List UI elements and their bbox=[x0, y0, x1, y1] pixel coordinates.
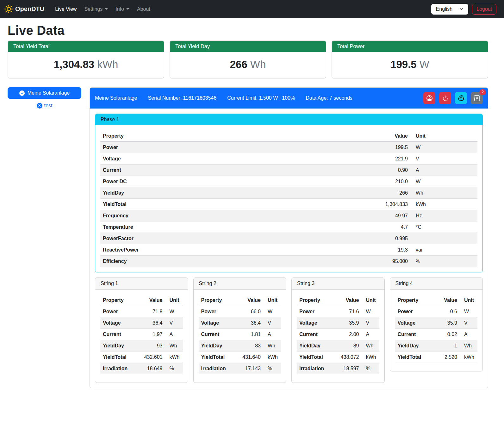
string-body: Property Value Unit Power71.6W Voltage35… bbox=[292, 290, 384, 383]
column-value: Value bbox=[334, 295, 362, 306]
table-row: Current1.81A bbox=[199, 329, 281, 340]
speedometer-icon bbox=[426, 95, 432, 101]
row-property: YieldDay bbox=[199, 340, 236, 352]
summary-card-title: Total Yield Day bbox=[170, 41, 326, 52]
logout-button[interactable]: Logout bbox=[472, 4, 496, 15]
row-property: Power bbox=[100, 142, 372, 153]
row-property: YieldTotal bbox=[199, 352, 236, 363]
row-value: 0.02 bbox=[432, 329, 460, 340]
event-log-button[interactable]: 2 bbox=[471, 92, 483, 104]
row-unit: V bbox=[362, 317, 379, 329]
row-property: Current bbox=[297, 329, 334, 340]
table-row: YieldDay93Wh bbox=[100, 340, 183, 352]
nav-link-settings[interactable]: Settings bbox=[82, 4, 110, 15]
limit-settings-button[interactable] bbox=[423, 92, 435, 104]
table-row: YieldTotal438.072kWh bbox=[297, 352, 379, 363]
nav-link-live-view[interactable]: Live View bbox=[53, 4, 79, 15]
table-row: Power199.5W bbox=[100, 142, 477, 153]
row-value: 4.7 bbox=[372, 221, 410, 233]
row-value: 36.4 bbox=[138, 317, 165, 329]
row-unit: A bbox=[410, 165, 477, 176]
row-value: 71.8 bbox=[138, 306, 165, 317]
nav-link-about[interactable]: About bbox=[134, 4, 153, 15]
string-card-1: String 1 Property Value Unit bbox=[95, 277, 188, 383]
row-property: Frequency bbox=[100, 210, 372, 221]
row-value: 2.520 bbox=[432, 352, 460, 363]
table-row: Voltage35.9V bbox=[395, 317, 478, 329]
row-value: 199.5 bbox=[372, 142, 410, 153]
power-button[interactable] bbox=[439, 92, 451, 104]
table-row: Voltage36.4V bbox=[100, 317, 183, 329]
row-unit: kWh bbox=[165, 352, 183, 363]
table-header-row: Property Value Unit bbox=[100, 130, 477, 142]
string-body: Property Value Unit Power66.0W Voltage36… bbox=[194, 290, 286, 383]
row-value: 18.649 bbox=[138, 363, 165, 374]
journal-text-icon bbox=[474, 95, 480, 101]
inverter-data-age: Data Age: 7 seconds bbox=[306, 95, 352, 101]
string-title: String 2 bbox=[194, 278, 286, 290]
row-unit: A bbox=[460, 329, 477, 340]
row-property: Power bbox=[100, 306, 138, 317]
inverter-actions: 2 bbox=[423, 92, 483, 104]
row-value: 1.97 bbox=[138, 329, 165, 340]
summary-card-yield-total: Total Yield Total 1,304.83kWh bbox=[8, 41, 164, 78]
table-row: Power71.6W bbox=[297, 306, 379, 317]
row-unit: W bbox=[165, 306, 183, 317]
row-unit: A bbox=[362, 329, 379, 340]
row-unit: Wh bbox=[362, 340, 379, 352]
row-property: Voltage bbox=[297, 317, 334, 329]
row-value: 17.143 bbox=[236, 363, 263, 374]
table-row: YieldTotal2.520kWh bbox=[395, 352, 478, 363]
row-property: Voltage bbox=[199, 317, 236, 329]
row-unit: % bbox=[165, 363, 183, 374]
language-value: English bbox=[436, 6, 452, 12]
device-info-button[interactable] bbox=[455, 92, 467, 104]
row-property: Current bbox=[199, 329, 236, 340]
row-value: 0.995 bbox=[372, 233, 410, 244]
row-property: Voltage bbox=[395, 317, 433, 329]
phase-title: Phase 1 bbox=[95, 114, 482, 125]
summary-card-body: 266Wh bbox=[170, 52, 326, 78]
column-property: Property bbox=[395, 295, 433, 306]
row-unit: kWh bbox=[362, 352, 379, 363]
row-unit: Wh bbox=[263, 340, 281, 352]
row-property: YieldDay bbox=[297, 340, 334, 352]
row-value: 0.90 bbox=[372, 165, 410, 176]
inverter-item-label: test bbox=[44, 103, 53, 109]
row-unit: V bbox=[263, 317, 281, 329]
row-unit: W bbox=[362, 306, 379, 317]
string-table: Property Value Unit Power71.6W Voltage35… bbox=[297, 295, 379, 374]
table-row: Voltage35.9V bbox=[297, 317, 379, 329]
row-unit: W bbox=[410, 142, 477, 153]
summary-unit: Wh bbox=[250, 59, 266, 70]
table-row: YieldDay83Wh bbox=[199, 340, 281, 352]
row-unit: V bbox=[410, 153, 477, 165]
summary-cards-row: Total Yield Total 1,304.83kWh Total Yiel… bbox=[8, 41, 488, 78]
row-value: 431.640 bbox=[236, 352, 263, 363]
row-property: Voltage bbox=[100, 317, 138, 329]
inverter-select-button[interactable]: Meine Solaranlage bbox=[8, 87, 81, 99]
inverter-limit: Current Limit: 1,500 W | 100% bbox=[227, 95, 295, 101]
table-row: Irradiation18.649% bbox=[100, 363, 183, 374]
summary-card-body: 1,304.83kWh bbox=[8, 52, 164, 78]
table-row: Current0.02A bbox=[395, 329, 478, 340]
brand[interactable]: OpenDTU bbox=[4, 5, 44, 13]
power-icon bbox=[442, 95, 448, 101]
string-title: String 4 bbox=[390, 278, 483, 290]
row-unit: A bbox=[263, 329, 281, 340]
string-body: Property Value Unit Power0.6W Voltage35.… bbox=[390, 290, 483, 371]
row-unit: Hz bbox=[410, 210, 477, 221]
row-value: 95.000 bbox=[372, 256, 410, 267]
strings-row: String 1 Property Value Unit bbox=[95, 277, 483, 383]
nav-link-info[interactable]: Info bbox=[113, 4, 132, 15]
table-row: Current0.90A bbox=[100, 165, 477, 176]
table-row: YieldTotal1,304.833kWh bbox=[100, 199, 477, 210]
inverter-item-test[interactable]: test bbox=[8, 103, 81, 109]
string-card-3: String 3 Property Value Unit bbox=[291, 277, 385, 383]
inverter-name: Meine Solaranlage bbox=[95, 95, 137, 101]
row-value: 221.9 bbox=[372, 153, 410, 165]
row-unit: W bbox=[263, 306, 281, 317]
nav-links: Live View Settings Info About bbox=[53, 4, 431, 15]
row-unit: °C bbox=[410, 221, 477, 233]
language-select[interactable]: English bbox=[431, 4, 468, 15]
